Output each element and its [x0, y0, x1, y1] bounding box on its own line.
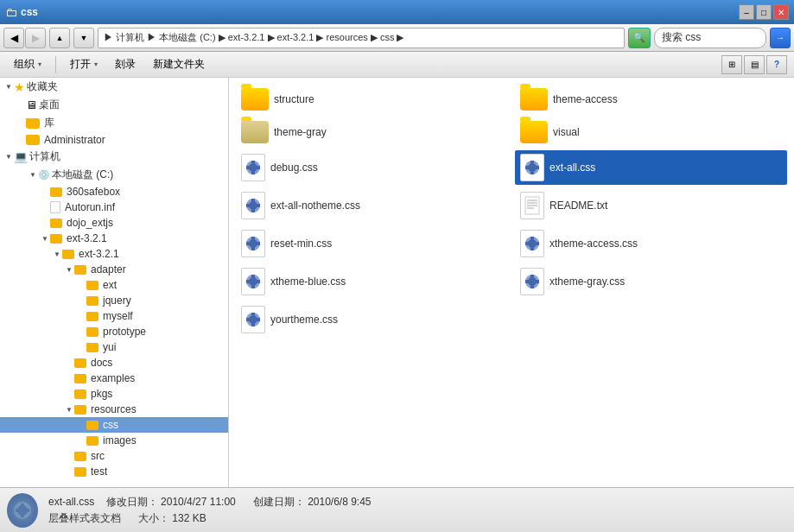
svg-rect-4 [246, 166, 250, 169]
sidebar-item-examples[interactable]: examples [0, 370, 228, 386]
view-grid-button[interactable]: ⊞ [721, 55, 742, 74]
title-bar: 🗀 css – □ ✕ [0, 0, 794, 24]
txt-readme-icon [520, 192, 544, 219]
sidebar-item-prototype[interactable]: prototype [0, 324, 228, 339]
css-label: css [101, 419, 118, 431]
file-item-readme[interactable]: README.txt [515, 188, 787, 223]
file-item-xtheme-access[interactable]: xtheme-access.css [515, 226, 787, 261]
expand-icon-ext321: ▼ [40, 233, 50, 244]
file-item-theme-gray[interactable]: theme-gray [236, 117, 508, 147]
folder-yui-icon [86, 343, 98, 352]
expand-icon-pkgs [64, 389, 74, 399]
svg-rect-43 [530, 275, 534, 278]
status-modified-label: 修改日期： [106, 496, 158, 508]
svg-rect-40 [257, 280, 260, 283]
svg-rect-50 [251, 323, 255, 326]
svg-rect-34 [536, 242, 539, 245]
burn-button[interactable]: 刻录 [108, 54, 143, 75]
status-created-date: 2010/6/8 9:45 [308, 496, 371, 508]
sidebar-item-docs[interactable]: docs [0, 355, 228, 370]
search-box[interactable]: 搜索 css [654, 28, 766, 48]
favorites-star-icon: ★ [14, 80, 25, 94]
help-button[interactable]: ? [766, 55, 787, 74]
search-go-button[interactable]: → [770, 28, 791, 48]
status-line1: ext-all.css 修改日期： 2010/4/27 11:00 创建日期： … [48, 495, 787, 510]
sidebar-item-myself[interactable]: myself [0, 308, 228, 324]
maximize-button[interactable]: □ [756, 4, 772, 20]
sidebar-item-ext321[interactable]: ▼ ext-3.2.1 [0, 231, 228, 246]
minimize-button[interactable]: – [739, 4, 754, 20]
new-folder-button[interactable]: 新建文件夹 [146, 54, 212, 75]
status-line2: 层叠样式表文档 大小： 132 KB [48, 511, 787, 526]
file-item-xtheme-blue[interactable]: xtheme-blue.css [236, 264, 508, 299]
folder-css-icon [86, 421, 98, 430]
svg-point-30 [528, 239, 537, 248]
sidebar-item-pkgs[interactable]: pkgs [0, 386, 228, 402]
sidebar-item-ext[interactable]: ext [0, 277, 228, 293]
organize-button[interactable]: 组织 ▾ [7, 54, 48, 75]
folder-360-icon [50, 187, 62, 197]
sidebar-item-test[interactable]: test [0, 464, 228, 479]
images-label: images [101, 434, 137, 446]
sidebar-item-computer[interactable]: ▼ 💻 计算机 [0, 148, 228, 166]
file-item-yourtheme[interactable]: yourtheme.css [236, 302, 508, 337]
search-icon: 🔍 [628, 28, 651, 48]
file-panel: structure theme-access theme-gray visual [229, 78, 794, 487]
back-button[interactable]: ◀ [3, 28, 24, 48]
sidebar-item-library[interactable]: 库 [0, 114, 228, 132]
sidebar-item-local-disk[interactable]: ▼ 💿 本地磁盘 (C:) [0, 166, 228, 184]
expand-icon-yui [76, 342, 86, 352]
file-item-ext-all-css[interactable]: ext-all.css [515, 150, 787, 185]
svg-rect-31 [530, 237, 534, 240]
folder-theme-gray-icon [241, 121, 269, 143]
forward-button[interactable]: ▶ [25, 28, 46, 48]
expand-icon-desktop [16, 100, 26, 111]
expand-icon-ext [76, 280, 86, 290]
recent-button[interactable]: ▼ [73, 28, 94, 48]
yui-label: yui [101, 341, 116, 353]
address-path[interactable]: ▶ 计算机 ▶ 本地磁盘 (C:) ▶ ext-3.2.1 ▶ ext-3.2.… [98, 28, 625, 48]
open-button[interactable]: 打开 ▾ [63, 54, 105, 75]
file-item-visual[interactable]: visual [515, 117, 787, 147]
burn-label: 刻录 [115, 57, 136, 72]
expand-icon-css [76, 420, 86, 430]
folder-examples-icon [74, 374, 86, 383]
sidebar-item-jquery[interactable]: jquery [0, 293, 228, 308]
file-ext-all-css-label: ext-all.css [549, 162, 595, 174]
svg-rect-58 [26, 509, 29, 512]
disk-icon: 💿 [38, 169, 50, 180]
svg-point-13 [249, 201, 257, 210]
sidebar-item-360safebox[interactable]: 360safebox [0, 184, 228, 200]
sidebar-item-desktop[interactable]: 🖥 桌面 [0, 96, 228, 114]
sidebar-item-ext321-sub[interactable]: ▼ ext-3.2.1 [0, 246, 228, 262]
sidebar-item-src[interactable]: src [0, 448, 228, 464]
expand-icon-test [64, 466, 74, 477]
sidebar-item-yui[interactable]: yui [0, 339, 228, 355]
sidebar-item-administrator[interactable]: Administrator [0, 132, 228, 148]
up-button[interactable]: ▲ [49, 28, 70, 48]
file-xtheme-access-label: xtheme-access.css [549, 238, 638, 250]
file-item-ext-all-notheme[interactable]: ext-all-notheme.css [236, 188, 508, 223]
path-text: ▶ 计算机 ▶ 本地磁盘 (C:) ▶ ext-3.2.1 ▶ ext-3.2.… [104, 31, 403, 44]
close-button[interactable]: ✕ [773, 4, 789, 20]
sidebar-item-adapter[interactable]: ▼ adapter [0, 262, 228, 277]
file-item-theme-access[interactable]: theme-access [515, 85, 787, 114]
svg-rect-10 [525, 166, 529, 169]
organize-label: 组织 [14, 57, 35, 72]
file-item-xtheme-gray[interactable]: xtheme-gray.css [515, 264, 787, 299]
sidebar-item-favorites[interactable]: ▼ ★ 收藏夹 [0, 78, 228, 96]
view-list-button[interactable]: ▤ [744, 55, 765, 74]
file-xtheme-blue-label: xtheme-blue.css [270, 276, 346, 288]
expand-icon-ext321-sub: ▼ [52, 249, 62, 259]
folder-ext321-icon [50, 234, 62, 244]
sidebar-item-images[interactable]: images [0, 433, 228, 448]
svg-rect-26 [251, 247, 255, 250]
sidebar-item-dojo[interactable]: dojo_extjs [0, 215, 228, 231]
sidebar-item-resources[interactable]: ▼ resources [0, 402, 228, 417]
sidebar-item-autorun[interactable]: Autorun.inf [0, 200, 228, 215]
file-item-structure[interactable]: structure [236, 85, 508, 114]
file-item-debug-css[interactable]: debug.css [236, 150, 508, 185]
toolbar-separator-1 [55, 56, 56, 73]
file-item-reset-min[interactable]: reset-min.css [236, 226, 508, 261]
sidebar-item-css[interactable]: css [0, 417, 228, 433]
